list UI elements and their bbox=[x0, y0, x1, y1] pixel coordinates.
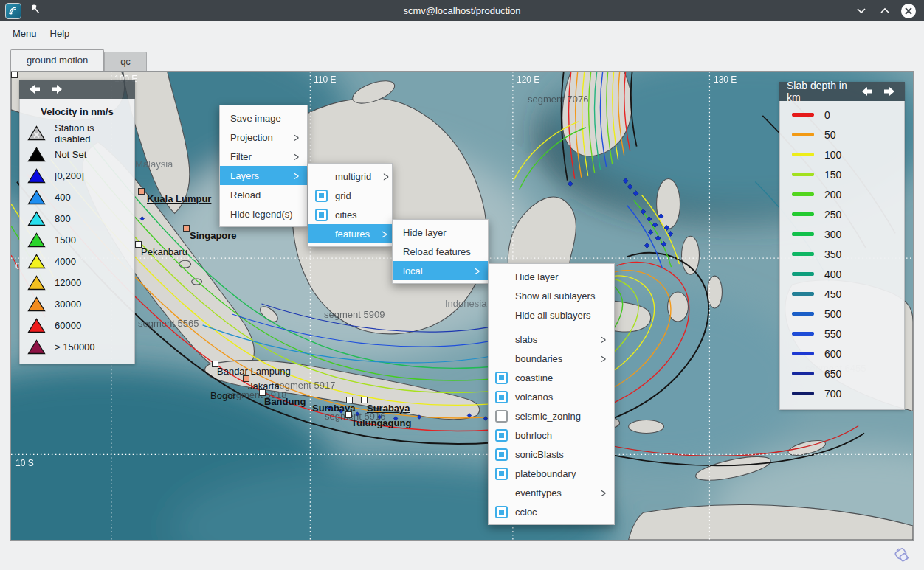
submenu-arrow-icon: > bbox=[370, 226, 387, 241]
station-symbol-icon bbox=[892, 546, 912, 565]
depth-color-swatch bbox=[792, 372, 814, 375]
arrow-right-icon[interactable] bbox=[881, 86, 897, 97]
depth-color-swatch bbox=[792, 212, 814, 216]
titlebar: scmv@localhost/production bbox=[0, 0, 924, 21]
menu-item[interactable]: grid > bbox=[308, 186, 392, 205]
depth-color-swatch bbox=[792, 392, 814, 395]
slab-legend-item: 300 bbox=[786, 224, 898, 244]
slab-legend-item: 700 bbox=[786, 383, 898, 403]
seiscomp-logo-icon bbox=[5, 3, 21, 19]
minimize-button[interactable] bbox=[853, 3, 869, 19]
submenu-arrow-icon: > bbox=[281, 149, 299, 164]
checkbox bbox=[315, 209, 328, 221]
submenu-arrow-icon: > bbox=[371, 169, 389, 184]
velocity-legend-item: 4000 bbox=[26, 251, 128, 272]
arrow-right-icon[interactable] bbox=[49, 83, 65, 95]
station-triangle-icon bbox=[27, 296, 46, 312]
menu-item[interactable]: Filter > bbox=[220, 147, 307, 166]
depth-color-swatch bbox=[792, 153, 814, 156]
menu-item[interactable]: local > bbox=[393, 261, 488, 280]
menu-item[interactable]: Save image > bbox=[220, 108, 307, 128]
menu-item[interactable]: slabs > bbox=[489, 330, 614, 349]
submenu-arrow-icon: > bbox=[281, 168, 299, 183]
menu-item[interactable]: volcanos > bbox=[489, 387, 614, 406]
menu-item[interactable]: seismic_zoning > bbox=[489, 406, 614, 425]
menu-item[interactable]: Projection > bbox=[220, 128, 307, 147]
velocity-legend-item: 30000 bbox=[26, 293, 128, 315]
slab-legend-item: 500 bbox=[786, 304, 898, 324]
slab-legend-item: 400 bbox=[786, 264, 898, 284]
slab-legend-item: 650 bbox=[786, 364, 898, 383]
depth-color-swatch bbox=[792, 312, 814, 316]
depth-color-swatch bbox=[792, 332, 814, 336]
checkbox bbox=[495, 372, 508, 384]
menu-item[interactable]: Hide legend(s) > bbox=[220, 204, 307, 223]
menu-item[interactable]: bohrloch > bbox=[489, 425, 614, 445]
menu-item[interactable]: Hide all sublayers > bbox=[489, 305, 614, 324]
menu-item[interactable]: multigrid > bbox=[308, 167, 392, 186]
menu-item[interactable]: Hide layer > bbox=[489, 267, 614, 286]
tab[interactable]: ground motion bbox=[10, 49, 104, 71]
menu-item[interactable]: cities > bbox=[308, 205, 392, 224]
checkbox bbox=[495, 410, 508, 423]
station-triangle-icon bbox=[27, 339, 46, 355]
velocity-legend-item: 1500 bbox=[26, 229, 128, 251]
slab-legend-item: 450 bbox=[786, 284, 898, 304]
velocity-legend: Velocity in nm/s Station is disabled bbox=[19, 80, 135, 364]
velocity-legend-item: Not Set bbox=[26, 144, 128, 165]
checkbox bbox=[495, 448, 508, 461]
checkbox bbox=[315, 190, 328, 202]
depth-color-swatch bbox=[792, 252, 814, 256]
arrow-left-icon[interactable] bbox=[27, 83, 43, 95]
map-view[interactable]: 100 E110 E120 E130 E010 S segment 7076se… bbox=[10, 71, 914, 541]
velocity-legend-item: 400 bbox=[26, 187, 128, 208]
menu-item[interactable]: coastline > bbox=[489, 368, 614, 387]
tabbar: ground motionqc bbox=[0, 46, 924, 71]
depth-color-swatch bbox=[792, 232, 814, 236]
menubar-item[interactable]: Menu bbox=[6, 24, 44, 43]
close-button[interactable] bbox=[900, 3, 917, 19]
station-triangle-icon bbox=[27, 275, 46, 291]
submenu-arrow-icon: > bbox=[588, 332, 606, 347]
station-triangle-icon bbox=[27, 190, 46, 205]
menu-item[interactable]: sonicBlasts > bbox=[489, 445, 614, 464]
menu-item[interactable]: eventtypes > bbox=[489, 483, 614, 502]
depth-color-swatch bbox=[792, 292, 814, 296]
status-strip bbox=[0, 541, 924, 570]
menubar-item[interactable]: Help bbox=[44, 24, 77, 43]
station-triangle-icon bbox=[27, 147, 46, 162]
tab[interactable]: qc bbox=[104, 52, 147, 71]
menu-item[interactable]: plateboundary > bbox=[489, 464, 614, 483]
slab-depth-legend: Slab depth in km 0 50 bbox=[779, 82, 905, 410]
station-triangle-icon bbox=[27, 168, 46, 184]
menu-item[interactable]: Show all sublayers > bbox=[489, 286, 614, 305]
menu-item[interactable]: features > bbox=[308, 224, 392, 243]
map-canvas[interactable] bbox=[11, 72, 913, 540]
velocity-legend-title: Velocity in nm/s bbox=[26, 102, 128, 122]
velocity-legend-item: 12000 bbox=[26, 272, 128, 293]
slab-legend-item: 100 bbox=[786, 145, 898, 164]
menu-item[interactable]: Reload > bbox=[220, 185, 307, 204]
station-triangle-icon bbox=[27, 211, 46, 226]
menu-item[interactable]: Layers > bbox=[220, 166, 307, 185]
depth-color-swatch bbox=[792, 133, 814, 136]
slab-legend-item: 0 bbox=[786, 105, 898, 125]
station-triangle-icon bbox=[27, 254, 46, 269]
maximize-button[interactable] bbox=[877, 3, 893, 19]
menubar: MenuHelp bbox=[0, 21, 924, 46]
depth-color-swatch bbox=[792, 173, 814, 176]
menu-item[interactable]: ccloc > bbox=[489, 502, 614, 521]
slab-legend-title: Slab depth in km bbox=[787, 80, 859, 103]
menu-item[interactable]: > bbox=[492, 327, 610, 327]
station-triangle-icon bbox=[27, 318, 46, 333]
arrow-left-icon[interactable] bbox=[859, 86, 875, 97]
checkbox bbox=[495, 429, 508, 442]
velocity-legend-header bbox=[19, 80, 135, 99]
pin-icon[interactable] bbox=[30, 4, 41, 18]
checkbox bbox=[495, 506, 508, 518]
menu-item[interactable]: boundaries > bbox=[489, 349, 614, 368]
slab-legend-item: 150 bbox=[786, 164, 898, 184]
velocity-legend-item: 60000 bbox=[26, 315, 128, 336]
menu-item[interactable]: Hide layer > bbox=[393, 223, 488, 242]
menu-item[interactable]: Reload features > bbox=[393, 242, 488, 261]
